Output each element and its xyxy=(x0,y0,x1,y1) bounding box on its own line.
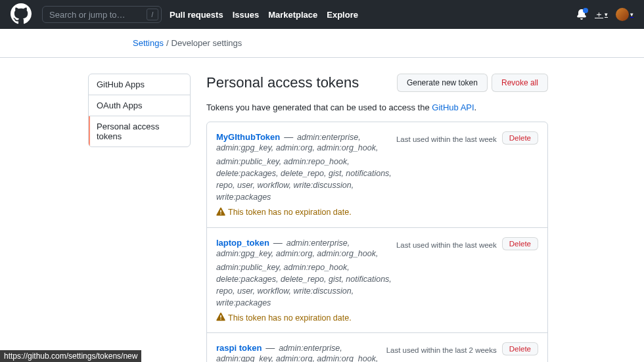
token-last-used: Last used within the last week xyxy=(396,131,497,147)
intro-pre: Tokens you have generated that can be us… xyxy=(206,102,432,112)
nav-issues[interactable]: Issues xyxy=(233,10,259,20)
token-scopes-rest: admin:public_key, admin:repo_hook, delet… xyxy=(216,261,392,309)
token-last-used: Last used within the last week xyxy=(396,237,497,253)
token-name-link[interactable]: laptop_token xyxy=(216,238,269,248)
delete-token-button[interactable]: Delete xyxy=(502,342,538,355)
token-dash: — xyxy=(264,342,276,353)
token-expiration-warning: This token has no expiration date. xyxy=(216,312,392,323)
breadcrumb-separator: / xyxy=(166,38,169,48)
developer-settings-sidenav: GitHub Apps OAuth Apps Personal access t… xyxy=(88,74,191,147)
delete-token-button[interactable]: Delete xyxy=(502,131,538,145)
primary-nav: Pull requests Issues Marketplace Explore xyxy=(170,10,358,20)
delete-token-button[interactable]: Delete xyxy=(502,237,538,250)
token-row: laptop_token — admin:enterprise, admin:g… xyxy=(207,228,547,334)
token-scopes-rest: admin:public_key, admin:repo_hook, delet… xyxy=(216,156,392,204)
avatar xyxy=(616,8,629,21)
revoke-all-button[interactable]: Revoke all xyxy=(492,74,548,92)
caret-down-icon: ▾ xyxy=(605,11,608,18)
token-name-link[interactable]: MyGIthubToken xyxy=(216,132,280,142)
sidenav-personal-access-tokens[interactable]: Personal access tokens xyxy=(89,116,190,147)
breadcrumb-current: Developer settings xyxy=(172,38,242,48)
notifications-button[interactable] xyxy=(576,9,587,20)
token-name-link[interactable]: raspi token xyxy=(216,343,262,353)
search-input[interactable] xyxy=(42,6,162,23)
browser-status-url: https://github.com/settings/tokens/new xyxy=(0,350,141,362)
nav-pull-requests[interactable]: Pull requests xyxy=(170,10,223,20)
global-header: / Pull requests Issues Marketplace Explo… xyxy=(0,0,644,29)
notification-indicator xyxy=(583,8,588,13)
search-slash-hint: / xyxy=(147,9,158,20)
caret-down-icon: ▾ xyxy=(630,11,633,18)
intro-post: . xyxy=(474,102,477,112)
generate-new-token-button[interactable]: Generate new token xyxy=(397,74,488,92)
sidenav-github-apps[interactable]: GitHub Apps xyxy=(89,74,190,95)
token-row: raspi token — admin:enterprise, admin:gp… xyxy=(207,333,547,362)
token-expiration-warning: This token has no expiration date. xyxy=(216,207,392,218)
page-title: Personal access tokens xyxy=(206,74,397,91)
github-logo[interactable] xyxy=(11,3,32,26)
page-header: Personal access tokens Generate new toke… xyxy=(206,74,548,92)
token-dash: — xyxy=(283,131,294,142)
nav-marketplace[interactable]: Marketplace xyxy=(268,10,317,20)
intro-text: Tokens you have generated that can be us… xyxy=(206,102,548,112)
sidenav-oauth-apps[interactable]: OAuth Apps xyxy=(89,95,190,116)
header-right: ＋▾ ▾ xyxy=(576,8,633,21)
breadcrumb-settings-link[interactable]: Settings xyxy=(133,38,164,48)
create-new-dropdown[interactable]: ＋▾ xyxy=(595,9,608,20)
main-content: Personal access tokens Generate new toke… xyxy=(206,74,548,362)
user-menu[interactable]: ▾ xyxy=(616,8,633,21)
token-row: MyGIthubToken — admin:enterprise, admin:… xyxy=(207,122,547,228)
plus-icon: ＋ xyxy=(595,9,603,20)
github-api-link[interactable]: GitHub API xyxy=(432,102,474,112)
breadcrumb-bar: Settings / Developer settings xyxy=(0,29,644,58)
token-dash: — xyxy=(272,237,284,248)
token-list: MyGIthubToken — admin:enterprise, admin:… xyxy=(206,122,548,362)
alert-icon xyxy=(216,312,225,323)
nav-explore[interactable]: Explore xyxy=(327,10,358,20)
token-last-used: Last used within the last 2 weeks xyxy=(386,342,497,358)
global-search: / xyxy=(42,6,162,23)
alert-icon xyxy=(216,207,225,218)
